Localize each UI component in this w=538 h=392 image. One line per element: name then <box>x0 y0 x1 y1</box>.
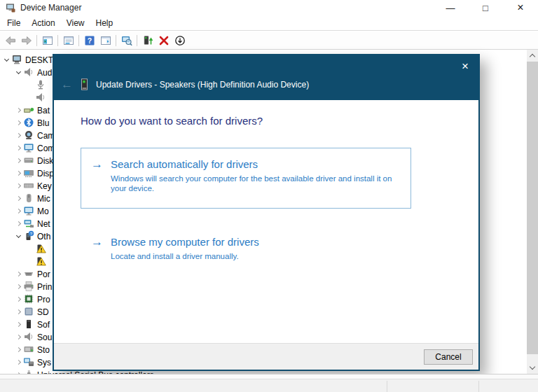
taskbar-divider <box>387 381 387 392</box>
monitor-icon <box>23 142 34 153</box>
usb-icon <box>23 369 34 374</box>
dialog-back-icon: ← <box>61 79 73 90</box>
expander-closed-icon[interactable] <box>13 298 23 301</box>
expander-closed-icon[interactable] <box>13 121 23 125</box>
expander-closed-icon[interactable] <box>13 222 23 225</box>
dialog-close-icon[interactable]: × <box>459 59 471 74</box>
tree-item-label: Bat <box>37 105 50 115</box>
system-icon <box>23 356 34 368</box>
uninstall-device-icon[interactable] <box>156 33 172 48</box>
expander-closed-icon[interactable] <box>13 184 23 188</box>
vertical-scrollbar[interactable] <box>527 50 538 374</box>
expander-closed-icon[interactable] <box>13 272 23 276</box>
sd-card-icon <box>23 306 34 317</box>
taskbar-strip <box>0 379 538 392</box>
expander-closed-icon[interactable] <box>13 197 23 200</box>
back-arrow-icon <box>2 33 18 48</box>
tree-item-label: Disp <box>37 168 54 178</box>
option-browse-computer[interactable]: → Browse my computer for drivers Locate … <box>81 225 411 271</box>
tree-item-label: Mic <box>37 193 50 204</box>
disk-icon <box>23 155 34 166</box>
tree-item-label: Oth <box>37 231 50 241</box>
arrow-right-icon: → <box>91 158 103 199</box>
software-device-icon <box>23 318 34 330</box>
minimize-button[interactable]: — <box>433 0 468 15</box>
microphone-icon <box>35 79 46 90</box>
driver-device-icon <box>79 78 90 90</box>
tree-item-label: Por <box>37 269 50 279</box>
svg-text:?: ? <box>87 36 91 45</box>
menubar: FileActionViewHelp <box>0 15 538 31</box>
toolbar-separator <box>116 35 116 46</box>
expander-closed-icon[interactable] <box>13 310 23 314</box>
computer-icon <box>11 54 22 65</box>
update-driver-icon[interactable] <box>139 33 156 48</box>
bluetooth-icon <box>23 117 34 128</box>
scroll-up-icon[interactable] <box>527 50 538 62</box>
scan-hardware-icon[interactable] <box>118 33 134 48</box>
taskbar-divider <box>478 381 479 392</box>
menu-help[interactable]: Help <box>90 16 119 30</box>
console-tree-icon[interactable] <box>39 33 55 48</box>
dialog-title: Update Drivers - Speakers (High Definiti… <box>96 80 309 90</box>
device-manager-window: Device Manager — □ × FileActionViewHelp … <box>0 0 538 392</box>
tree-item-label: Pro <box>37 294 50 304</box>
display-adapter-icon <box>23 167 34 178</box>
tree-item-label: Key <box>37 181 52 191</box>
expander-closed-icon[interactable] <box>13 172 23 175</box>
menu-view[interactable]: View <box>61 16 90 30</box>
disable-device-icon[interactable] <box>172 33 188 48</box>
expander-closed-icon[interactable] <box>13 323 23 326</box>
properties-icon[interactable] <box>60 33 76 48</box>
scrollbar-thumb[interactable] <box>527 62 538 354</box>
expander-open-icon[interactable] <box>13 71 23 74</box>
window-controls: — □ × <box>433 0 538 15</box>
monitor-icon <box>23 205 34 216</box>
tree-item-label: SD <box>37 307 49 317</box>
camera-icon <box>23 130 34 141</box>
battery-icon <box>23 104 34 115</box>
cancel-button[interactable]: Cancel <box>424 349 473 365</box>
expander-open-icon[interactable] <box>13 235 23 237</box>
option-title: Browse my computer for drivers <box>111 235 259 249</box>
processor-icon <box>23 293 34 304</box>
tree-item-label: Prin <box>37 281 52 292</box>
expander-closed-icon[interactable] <box>13 146 23 150</box>
dialog-header: × ← Update Drivers - Speakers (High Defi… <box>54 55 478 100</box>
expander-open-icon[interactable] <box>1 59 11 61</box>
speaker-icon <box>23 331 34 342</box>
window-title: Device Manager <box>20 3 81 13</box>
expander-closed-icon[interactable] <box>13 348 23 351</box>
expander-closed-icon[interactable] <box>13 159 23 162</box>
expander-closed-icon[interactable] <box>13 134 23 137</box>
tree-item-label: Sys <box>37 357 51 368</box>
toolbar-separator <box>36 35 37 46</box>
expander-closed-icon[interactable] <box>13 108 23 112</box>
dialog-body: How do you want to search for drivers? →… <box>54 100 478 343</box>
option-search-automatically[interactable]: → Search automatically for drivers Windo… <box>81 148 411 209</box>
expander-closed-icon[interactable] <box>13 360 23 364</box>
menu-file[interactable]: File <box>1 16 26 30</box>
action-pane-icon[interactable] <box>97 33 113 48</box>
expander-closed-icon[interactable] <box>13 209 23 213</box>
other-device-icon: ? <box>23 230 34 241</box>
warning-device-icon <box>35 255 46 267</box>
update-drivers-dialog: × ← Update Drivers - Speakers (High Defi… <box>53 54 480 371</box>
toolbar-separator <box>57 35 58 46</box>
expander-closed-icon[interactable] <box>13 285 23 288</box>
toolbar: ? <box>0 31 538 50</box>
toolbar-separator <box>78 35 79 46</box>
network-icon <box>23 218 34 229</box>
printer-icon <box>23 281 34 292</box>
tree-item-label: Disk <box>37 155 53 166</box>
tree-item-label: Sof <box>37 319 50 330</box>
help-icon[interactable]: ? <box>81 33 97 48</box>
maximize-button[interactable]: □ <box>468 0 503 15</box>
option-description: Windows will search your computer for th… <box>111 174 401 193</box>
menu-action[interactable]: Action <box>26 16 60 30</box>
close-button[interactable]: × <box>503 0 538 15</box>
scroll-down-icon[interactable] <box>527 362 538 374</box>
expander-closed-icon[interactable] <box>13 335 23 339</box>
option-description: Locate and install a driver manually. <box>111 251 259 261</box>
tree-item-label: Blu <box>37 118 49 128</box>
